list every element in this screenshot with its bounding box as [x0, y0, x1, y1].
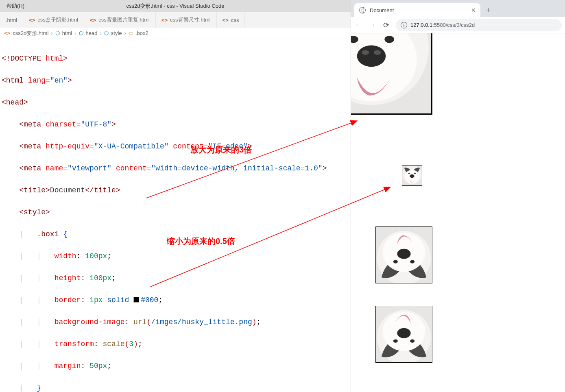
back-button[interactable]: ← [354, 21, 362, 29]
breadcrumb-head[interactable]: head [86, 30, 98, 36]
browser-toolbar: ← → ⟳ i 127.0.0.1:5500/css/3/css2d [351, 17, 565, 33]
vscode-window: 帮助(H) css2d变形.html - css - Visual Studio… [0, 0, 351, 392]
forward-button[interactable]: → [368, 21, 376, 29]
chevron-right-icon: › [124, 30, 126, 36]
new-tab-button[interactable]: + [480, 4, 496, 17]
svg-point-18 [410, 260, 414, 263]
svg-point-19 [397, 249, 410, 259]
svg-point-11 [408, 173, 410, 174]
symbol-icon: ⬡ [55, 30, 60, 36]
globe-icon [359, 7, 366, 13]
tab-4[interactable]: <>css [217, 12, 245, 28]
browser-tabbar: Document × + [351, 0, 565, 17]
svg-point-24 [393, 339, 398, 342]
address-bar[interactable]: i 127.0.0.1:5500/css/3/css2d [396, 19, 562, 31]
husky-image-icon [376, 227, 432, 283]
html-icon: <> [4, 30, 10, 36]
html-icon: <> [90, 17, 96, 23]
browser-tab[interactable]: Document × [354, 3, 480, 17]
tab-1[interactable]: <>css盒子阴影.html [23, 12, 84, 28]
annotation-zoom3: 放大为原来的3倍 [190, 144, 252, 155]
symbol-class-icon: ⬭ [129, 30, 133, 37]
husky-image-icon [402, 166, 422, 185]
html-icon: <> [29, 17, 35, 23]
breadcrumb-box2[interactable]: .box2 [135, 30, 148, 36]
tab-label: .html [6, 17, 17, 23]
svg-point-13 [410, 174, 414, 178]
url-rest: :5500/css/3/css2d [432, 22, 475, 28]
svg-point-23 [410, 339, 414, 342]
annotation-zoom05: 缩小为原来的0.5倍 [167, 236, 235, 247]
color-swatch-black [133, 297, 139, 303]
tab-label: css背景图片重复.html [98, 16, 150, 24]
preview-box1 [351, 33, 432, 115]
window-title: css2d变形.html - css - Visual Studio Code [0, 2, 351, 10]
preview-box3 [375, 226, 432, 283]
html-icon: <> [161, 17, 168, 23]
tab-2[interactable]: <>css背景图片重复.html [84, 12, 156, 28]
chevron-right-icon: › [74, 30, 76, 36]
husky-image-icon [351, 33, 431, 113]
breadcrumb-file[interactable]: css2d变形.html [13, 30, 48, 37]
browser-tab-title: Document [370, 7, 467, 13]
url-host: 127.0.0.1 [410, 22, 432, 28]
close-icon[interactable]: × [471, 6, 476, 15]
code-editor[interactable]: <!DOCTYPE html> <html lang="en"> <head> … [0, 39, 351, 392]
code-doctype: !DOCTYPE [6, 54, 41, 63]
tab-label: css背景尺寸.html [170, 16, 211, 24]
svg-point-7 [374, 50, 381, 55]
chevron-right-icon: › [51, 30, 52, 36]
breadcrumbs[interactable]: <> css2d变形.html › ⬡ html › ⬡ head › ⬡ st… [0, 28, 351, 39]
svg-point-5 [357, 45, 386, 67]
svg-point-12 [414, 173, 416, 174]
browser-window: Document × + ← → ⟳ i 127.0.0.1:5500/css/… [351, 0, 565, 392]
breadcrumb-style[interactable]: style [111, 30, 122, 36]
tab-0[interactable]: .html [0, 12, 23, 28]
svg-point-6 [362, 50, 369, 55]
tab-label: css [231, 17, 239, 23]
symbol-icon: ⬡ [79, 30, 83, 36]
preview-box2 [402, 166, 422, 186]
symbol-icon: ⬡ [104, 30, 109, 36]
html-icon: <> [223, 17, 229, 23]
editor-tabs: .html <>css盒子阴影.html <>css背景图片重复.html <>… [0, 12, 351, 28]
breadcrumb-html[interactable]: html [62, 30, 72, 36]
preview-box4 [375, 306, 432, 363]
menu-help[interactable]: 帮助(H) [0, 2, 24, 10]
info-icon[interactable]: i [401, 22, 407, 28]
husky-image-icon [376, 306, 432, 362]
titlebar: 帮助(H) css2d变形.html - css - Visual Studio… [0, 0, 351, 12]
tab-3[interactable]: <>css背景尺寸.html [156, 12, 217, 28]
chevron-right-icon: › [100, 30, 102, 36]
svg-point-4 [384, 36, 394, 43]
reload-button[interactable]: ⟳ [382, 21, 390, 30]
browser-viewport [351, 33, 565, 392]
tab-label: css盒子阴影.html [37, 16, 78, 24]
svg-point-17 [393, 260, 398, 263]
svg-point-25 [397, 328, 410, 338]
